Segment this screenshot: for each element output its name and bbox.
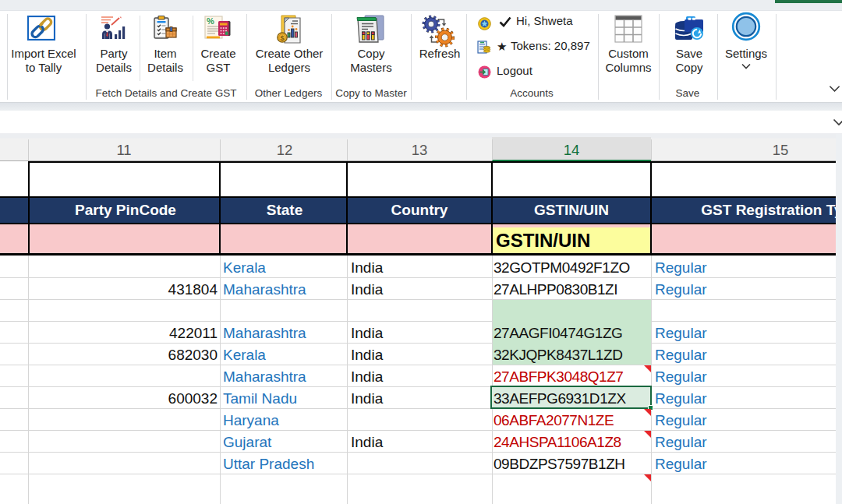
- svg-text:%: %: [207, 16, 214, 26]
- svg-text:$: $: [281, 34, 285, 42]
